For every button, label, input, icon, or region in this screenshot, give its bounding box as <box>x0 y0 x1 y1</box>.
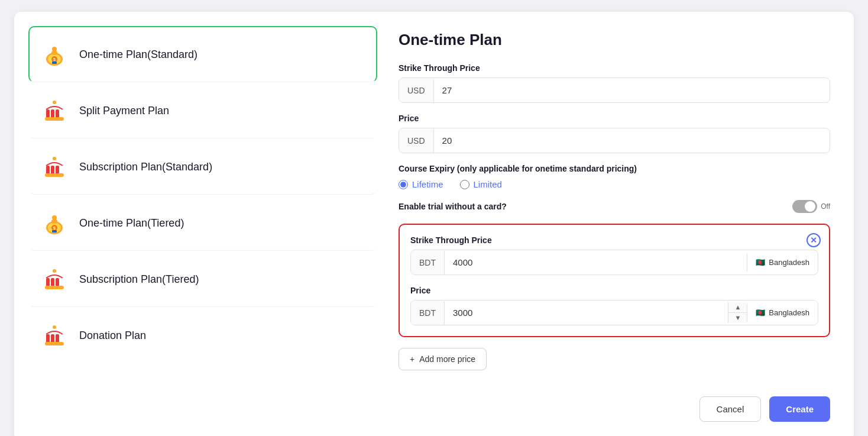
strike-through-price-input[interactable] <box>434 78 830 102</box>
main-container: $ One-time Plan(Standard) Split Payment … <box>14 12 854 436</box>
bangladesh-label: Bangladesh <box>769 258 809 267</box>
plus-icon: + <box>410 354 414 364</box>
enable-trial-label: Enable trial without a card? <box>399 202 507 211</box>
bangladesh-label-2: Bangladesh <box>769 308 809 317</box>
plan-name-donation: Donation Plan <box>79 330 146 342</box>
enable-trial-row: Enable trial without a card? Off <box>399 200 830 213</box>
price-group: Price USD <box>399 114 830 153</box>
strike-through-price-group: Strike Through Price USD <box>399 63 830 103</box>
price-stepper[interactable]: ▲ ▼ <box>728 302 747 323</box>
course-expiry-label: Course Expiry (only applicable for oneti… <box>399 164 830 173</box>
bdt-strike-through-label: Strike Through Price <box>410 235 818 245</box>
highlighted-price-box: ✕ Strike Through Price BDT 🇧🇩 Bangladesh… <box>399 224 830 337</box>
right-panel: One-time Plan Strike Through Price USD P… <box>389 26 840 427</box>
bangladesh-flag-icon: 🇧🇩 <box>756 258 765 267</box>
bdt-strike-through-group: Strike Through Price BDT 🇧🇩 Bangladesh <box>410 235 818 275</box>
bdt-strike-currency: BDT <box>411 251 445 274</box>
price-input[interactable] <box>434 128 830 153</box>
bdt-price-country: 🇧🇩 Bangladesh <box>747 303 818 322</box>
svg-text:$: $ <box>53 57 56 62</box>
cancel-button[interactable]: Cancel <box>699 396 762 422</box>
svg-point-3 <box>52 47 57 51</box>
strike-through-price-label: Strike Through Price <box>399 63 830 73</box>
svg-point-11 <box>53 101 56 104</box>
money-bag-icon-3: $ <box>39 208 70 238</box>
bdt-strike-through-input-row: BDT 🇧🇩 Bangladesh <box>410 250 818 275</box>
svg-point-20 <box>52 215 57 220</box>
limited-label: Limited <box>474 179 502 189</box>
hand-payment-icon-4 <box>39 264 70 295</box>
svg-rect-15 <box>45 173 64 177</box>
create-button[interactable]: Create <box>769 396 830 422</box>
page-title: One-time Plan <box>399 31 830 49</box>
lifetime-option[interactable]: Lifetime <box>399 179 443 189</box>
lifetime-label: Lifetime <box>412 179 443 189</box>
plan-name-one-time-tiered: One-time Plan(Tiered) <box>79 217 184 230</box>
stepper-up-button[interactable]: ▲ <box>728 302 747 313</box>
plan-item-split-payment[interactable]: Split Payment Plan <box>28 82 377 138</box>
money-bag-icon-0: $ <box>39 39 70 70</box>
price-currency: USD <box>399 129 434 153</box>
add-more-price-button[interactable]: + Add more price <box>399 348 487 370</box>
hand-payment-icon-1 <box>39 95 70 126</box>
add-more-price-label: Add more price <box>419 354 475 364</box>
plan-name-one-time-standard: One-time Plan(Standard) <box>79 49 197 61</box>
plan-name-subscription-tiered: Subscription Plan(Tiered) <box>79 273 199 286</box>
hand-payment-icon-2 <box>39 151 70 182</box>
bdt-price-input-row: BDT ▲ ▼ 🇧🇩 Bangladesh <box>410 300 818 325</box>
svg-rect-19 <box>51 219 57 224</box>
svg-point-28 <box>53 269 56 273</box>
toggle-off-label: Off <box>821 202 830 211</box>
plan-name-split-payment: Split Payment Plan <box>79 105 169 117</box>
svg-point-33 <box>53 325 56 329</box>
bdt-price-input[interactable] <box>445 301 728 325</box>
svg-rect-6 <box>52 62 57 64</box>
bdt-price-label: Price <box>410 286 818 295</box>
plan-item-one-time-tiered[interactable]: $ One-time Plan(Tiered) <box>28 195 377 251</box>
strike-through-currency: USD <box>399 79 434 102</box>
bangladesh-flag-icon-2: 🇧🇩 <box>756 308 765 317</box>
plan-item-one-time-standard[interactable]: $ One-time Plan(Standard) <box>28 26 377 82</box>
toggle-track[interactable] <box>792 200 817 213</box>
bdt-strike-country: 🇧🇩 Bangladesh <box>747 253 818 272</box>
action-row: Cancel Create <box>399 385 830 422</box>
plan-item-donation[interactable]: Donation Plan <box>28 307 377 364</box>
plan-name-subscription-standard: Subscription Plan(Standard) <box>79 161 212 173</box>
svg-rect-10 <box>45 117 64 121</box>
strike-through-price-input-row: USD <box>399 77 830 103</box>
bdt-price-currency: BDT <box>411 301 445 325</box>
price-label: Price <box>399 114 830 123</box>
svg-rect-2 <box>51 51 57 55</box>
svg-point-16 <box>53 157 56 160</box>
svg-rect-23 <box>52 230 57 232</box>
course-expiry-section: Course Expiry (only applicable for oneti… <box>399 164 830 189</box>
bdt-strike-through-input[interactable] <box>445 250 747 274</box>
plan-item-subscription-tiered[interactable]: Subscription Plan(Tiered) <box>28 251 377 307</box>
limited-option[interactable]: Limited <box>460 179 502 189</box>
bdt-price-group: Price BDT ▲ ▼ 🇧🇩 Bangladesh <box>410 286 818 325</box>
svg-rect-32 <box>45 342 64 345</box>
price-input-row: USD <box>399 128 830 153</box>
plan-item-subscription-standard[interactable]: Subscription Plan(Standard) <box>28 138 377 195</box>
close-highlighted-box-button[interactable]: ✕ <box>807 233 821 247</box>
hand-payment-icon-5 <box>39 320 70 351</box>
left-panel: $ One-time Plan(Standard) Split Payment … <box>28 26 377 427</box>
svg-text:$: $ <box>53 226 56 231</box>
svg-rect-27 <box>45 286 64 289</box>
stepper-down-button[interactable]: ▼ <box>728 313 747 323</box>
trial-toggle[interactable]: Off <box>792 200 830 213</box>
course-expiry-radio-group: Lifetime Limited <box>399 179 830 189</box>
